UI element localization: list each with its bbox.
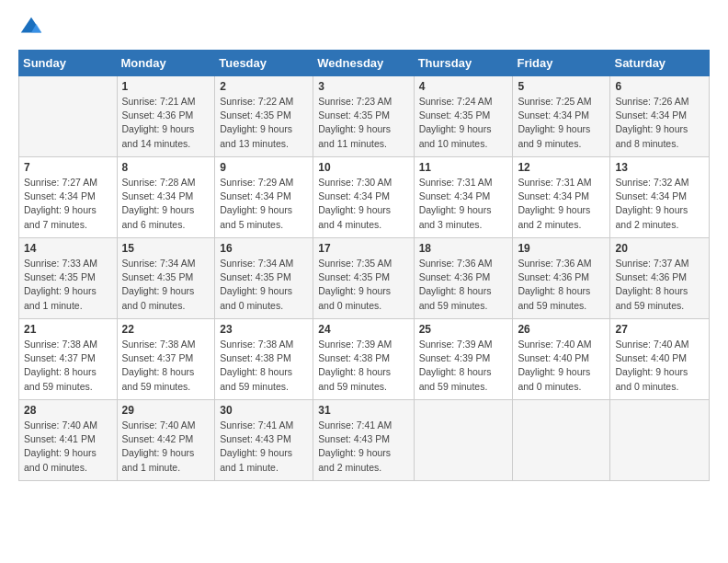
calendar-cell: 21Sunrise: 7:38 AM Sunset: 4:37 PM Dayli… bbox=[19, 319, 118, 400]
cell-sun-info: Sunrise: 7:39 AM Sunset: 4:38 PM Dayligh… bbox=[318, 338, 408, 394]
day-number: 7 bbox=[24, 161, 112, 174]
day-number: 26 bbox=[518, 323, 605, 336]
page-header bbox=[18, 15, 710, 40]
day-number: 9 bbox=[220, 161, 308, 174]
day-number: 6 bbox=[615, 80, 704, 93]
calendar-cell: 8Sunrise: 7:28 AM Sunset: 4:34 PM Daylig… bbox=[117, 157, 215, 238]
calendar-cell bbox=[610, 400, 710, 481]
calendar-cell: 19Sunrise: 7:36 AM Sunset: 4:36 PM Dayli… bbox=[513, 238, 610, 319]
day-number: 11 bbox=[419, 161, 508, 174]
calendar-cell bbox=[513, 400, 610, 481]
day-number: 1 bbox=[122, 80, 210, 93]
cell-sun-info: Sunrise: 7:28 AM Sunset: 4:34 PM Dayligh… bbox=[122, 176, 210, 232]
day-number: 5 bbox=[518, 80, 605, 93]
day-number: 21 bbox=[24, 323, 112, 336]
calendar-cell: 16Sunrise: 7:34 AM Sunset: 4:35 PM Dayli… bbox=[215, 238, 313, 319]
day-header-sunday: Sunday bbox=[19, 51, 118, 76]
calendar-cell: 11Sunrise: 7:31 AM Sunset: 4:34 PM Dayli… bbox=[414, 157, 513, 238]
calendar-cell bbox=[19, 76, 118, 157]
day-number: 29 bbox=[122, 404, 210, 417]
day-number: 2 bbox=[220, 80, 308, 93]
cell-sun-info: Sunrise: 7:38 AM Sunset: 4:38 PM Dayligh… bbox=[220, 338, 308, 394]
cell-sun-info: Sunrise: 7:40 AM Sunset: 4:40 PM Dayligh… bbox=[518, 338, 605, 394]
calendar-week-row: 28Sunrise: 7:40 AM Sunset: 4:41 PM Dayli… bbox=[19, 400, 710, 481]
cell-sun-info: Sunrise: 7:38 AM Sunset: 4:37 PM Dayligh… bbox=[24, 338, 112, 394]
day-number: 15 bbox=[122, 242, 210, 255]
day-number: 16 bbox=[220, 242, 308, 255]
cell-sun-info: Sunrise: 7:36 AM Sunset: 4:36 PM Dayligh… bbox=[419, 257, 508, 313]
calendar-cell: 25Sunrise: 7:39 AM Sunset: 4:39 PM Dayli… bbox=[414, 319, 513, 400]
cell-sun-info: Sunrise: 7:34 AM Sunset: 4:35 PM Dayligh… bbox=[122, 257, 210, 313]
day-number: 18 bbox=[419, 242, 508, 255]
logo bbox=[18, 15, 48, 40]
calendar-cell: 15Sunrise: 7:34 AM Sunset: 4:35 PM Dayli… bbox=[117, 238, 215, 319]
day-number: 30 bbox=[220, 404, 308, 417]
day-header-thursday: Thursday bbox=[414, 51, 513, 76]
cell-sun-info: Sunrise: 7:31 AM Sunset: 4:34 PM Dayligh… bbox=[518, 176, 605, 232]
day-number: 14 bbox=[24, 242, 112, 255]
day-number: 27 bbox=[615, 323, 704, 336]
cell-sun-info: Sunrise: 7:33 AM Sunset: 4:35 PM Dayligh… bbox=[24, 257, 112, 313]
calendar-cell: 24Sunrise: 7:39 AM Sunset: 4:38 PM Dayli… bbox=[313, 319, 414, 400]
calendar-cell bbox=[414, 400, 513, 481]
calendar-cell: 12Sunrise: 7:31 AM Sunset: 4:34 PM Dayli… bbox=[513, 157, 610, 238]
calendar-cell: 3Sunrise: 7:23 AM Sunset: 4:35 PM Daylig… bbox=[313, 76, 414, 157]
calendar-cell: 20Sunrise: 7:37 AM Sunset: 4:36 PM Dayli… bbox=[610, 238, 710, 319]
calendar-cell: 29Sunrise: 7:40 AM Sunset: 4:42 PM Dayli… bbox=[117, 400, 215, 481]
calendar-cell: 30Sunrise: 7:41 AM Sunset: 4:43 PM Dayli… bbox=[215, 400, 313, 481]
day-header-monday: Monday bbox=[117, 51, 215, 76]
calendar-cell: 1Sunrise: 7:21 AM Sunset: 4:36 PM Daylig… bbox=[117, 76, 215, 157]
calendar-cell: 22Sunrise: 7:38 AM Sunset: 4:37 PM Dayli… bbox=[117, 319, 215, 400]
cell-sun-info: Sunrise: 7:37 AM Sunset: 4:36 PM Dayligh… bbox=[615, 257, 704, 313]
day-number: 3 bbox=[318, 80, 408, 93]
calendar-cell: 14Sunrise: 7:33 AM Sunset: 4:35 PM Dayli… bbox=[19, 238, 118, 319]
cell-sun-info: Sunrise: 7:41 AM Sunset: 4:43 PM Dayligh… bbox=[220, 419, 308, 475]
calendar-cell: 6Sunrise: 7:26 AM Sunset: 4:34 PM Daylig… bbox=[610, 76, 710, 157]
calendar-cell: 2Sunrise: 7:22 AM Sunset: 4:35 PM Daylig… bbox=[215, 76, 313, 157]
calendar-cell: 17Sunrise: 7:35 AM Sunset: 4:35 PM Dayli… bbox=[313, 238, 414, 319]
day-header-tuesday: Tuesday bbox=[215, 51, 313, 76]
cell-sun-info: Sunrise: 7:25 AM Sunset: 4:34 PM Dayligh… bbox=[518, 95, 605, 151]
cell-sun-info: Sunrise: 7:40 AM Sunset: 4:42 PM Dayligh… bbox=[122, 419, 210, 475]
day-number: 17 bbox=[318, 242, 408, 255]
calendar-cell: 26Sunrise: 7:40 AM Sunset: 4:40 PM Dayli… bbox=[513, 319, 610, 400]
day-number: 19 bbox=[518, 242, 605, 255]
cell-sun-info: Sunrise: 7:36 AM Sunset: 4:36 PM Dayligh… bbox=[518, 257, 605, 313]
day-number: 12 bbox=[518, 161, 605, 174]
calendar-cell: 10Sunrise: 7:30 AM Sunset: 4:34 PM Dayli… bbox=[313, 157, 414, 238]
calendar-cell: 28Sunrise: 7:40 AM Sunset: 4:41 PM Dayli… bbox=[19, 400, 118, 481]
calendar-cell: 23Sunrise: 7:38 AM Sunset: 4:38 PM Dayli… bbox=[215, 319, 313, 400]
calendar-week-row: 1Sunrise: 7:21 AM Sunset: 4:36 PM Daylig… bbox=[19, 76, 710, 157]
cell-sun-info: Sunrise: 7:21 AM Sunset: 4:36 PM Dayligh… bbox=[122, 95, 210, 151]
day-header-friday: Friday bbox=[513, 51, 610, 76]
calendar-week-row: 14Sunrise: 7:33 AM Sunset: 4:35 PM Dayli… bbox=[19, 238, 710, 319]
cell-sun-info: Sunrise: 7:40 AM Sunset: 4:40 PM Dayligh… bbox=[615, 338, 704, 394]
day-number: 28 bbox=[24, 404, 112, 417]
days-header-row: SundayMondayTuesdayWednesdayThursdayFrid… bbox=[19, 51, 710, 76]
day-number: 4 bbox=[419, 80, 508, 93]
calendar-cell: 13Sunrise: 7:32 AM Sunset: 4:34 PM Dayli… bbox=[610, 157, 710, 238]
day-number: 13 bbox=[615, 161, 704, 174]
day-number: 23 bbox=[220, 323, 308, 336]
cell-sun-info: Sunrise: 7:35 AM Sunset: 4:35 PM Dayligh… bbox=[318, 257, 408, 313]
day-number: 25 bbox=[419, 323, 508, 336]
cell-sun-info: Sunrise: 7:24 AM Sunset: 4:35 PM Dayligh… bbox=[419, 95, 508, 151]
day-number: 8 bbox=[122, 161, 210, 174]
cell-sun-info: Sunrise: 7:26 AM Sunset: 4:34 PM Dayligh… bbox=[615, 95, 704, 151]
day-header-saturday: Saturday bbox=[610, 51, 710, 76]
cell-sun-info: Sunrise: 7:41 AM Sunset: 4:43 PM Dayligh… bbox=[318, 419, 408, 475]
logo-icon bbox=[18, 15, 44, 40]
cell-sun-info: Sunrise: 7:40 AM Sunset: 4:41 PM Dayligh… bbox=[24, 419, 112, 475]
cell-sun-info: Sunrise: 7:29 AM Sunset: 4:34 PM Dayligh… bbox=[220, 176, 308, 232]
day-number: 20 bbox=[615, 242, 704, 255]
cell-sun-info: Sunrise: 7:32 AM Sunset: 4:34 PM Dayligh… bbox=[615, 176, 704, 232]
day-number: 10 bbox=[318, 161, 408, 174]
cell-sun-info: Sunrise: 7:34 AM Sunset: 4:35 PM Dayligh… bbox=[220, 257, 308, 313]
calendar-cell: 5Sunrise: 7:25 AM Sunset: 4:34 PM Daylig… bbox=[513, 76, 610, 157]
day-header-wednesday: Wednesday bbox=[313, 51, 414, 76]
calendar-cell: 18Sunrise: 7:36 AM Sunset: 4:36 PM Dayli… bbox=[414, 238, 513, 319]
cell-sun-info: Sunrise: 7:22 AM Sunset: 4:35 PM Dayligh… bbox=[220, 95, 308, 151]
calendar-week-row: 7Sunrise: 7:27 AM Sunset: 4:34 PM Daylig… bbox=[19, 157, 710, 238]
calendar-cell: 9Sunrise: 7:29 AM Sunset: 4:34 PM Daylig… bbox=[215, 157, 313, 238]
calendar-cell: 4Sunrise: 7:24 AM Sunset: 4:35 PM Daylig… bbox=[414, 76, 513, 157]
